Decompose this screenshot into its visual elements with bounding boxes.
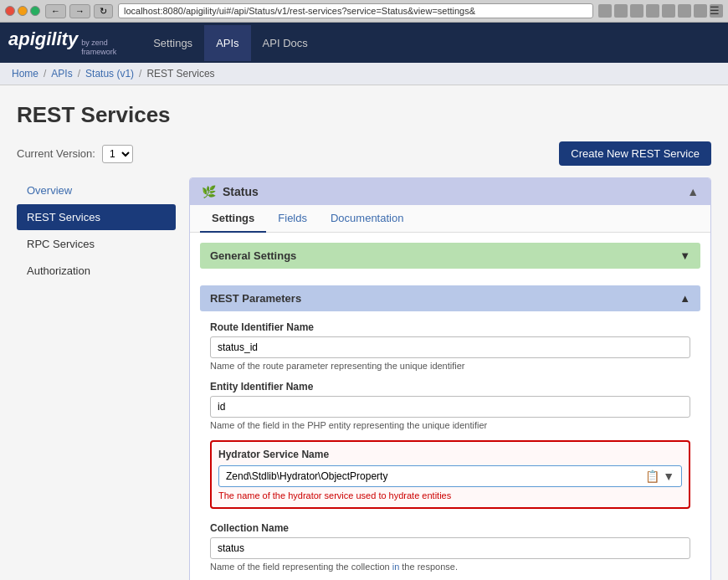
minimize-btn[interactable] — [18, 6, 28, 16]
chevron-up-icon: ▲ — [687, 185, 699, 198]
entity-identifier-help: Name of the field in the PHP entity repr… — [210, 420, 690, 430]
ext-icon-5 — [662, 4, 675, 18]
menu-icon[interactable]: ☰ — [710, 4, 723, 18]
route-identifier-help: Name of the route parameter representing… — [210, 361, 690, 371]
reload-button[interactable]: ↻ — [94, 4, 113, 18]
leaf-icon: 🌿 — [202, 185, 216, 198]
main-panel: 🌿 Status ▲ Settings Fields Documentation… — [189, 177, 711, 580]
ext-icon-7 — [694, 4, 707, 18]
tab-fields[interactable]: Fields — [266, 205, 319, 233]
breadcrumb-status[interactable]: Status (v1) — [85, 68, 134, 80]
forward-button[interactable]: → — [69, 4, 90, 18]
breadcrumb-apis[interactable]: APIs — [51, 68, 72, 80]
create-rest-service-button[interactable]: Create New REST Service — [559, 141, 711, 166]
sidebar-item-overview[interactable]: Overview — [17, 177, 176, 203]
breadcrumb-current: REST Services — [146, 68, 214, 80]
close-btn[interactable] — [5, 6, 15, 16]
hydrator-dropdown-icon[interactable]: ▼ — [663, 470, 674, 483]
page-title: REST Services — [17, 102, 711, 128]
service-card: 🌿 Status ▲ Settings Fields Documentation… — [189, 177, 711, 580]
nav-apis[interactable]: APIs — [204, 25, 250, 61]
general-settings-title: General Settings — [210, 249, 296, 262]
back-button[interactable]: ← — [45, 4, 66, 18]
sidebar-item-rpc-services[interactable]: RPC Services — [17, 231, 176, 257]
service-header-left: 🌿 Status — [202, 185, 259, 198]
entity-identifier-input[interactable] — [210, 396, 690, 418]
rest-params-header[interactable]: REST Parameters ▲ — [200, 285, 700, 311]
sidebar-item-authorization[interactable]: Authorization — [17, 258, 176, 284]
browser-chrome: ← → ↻ localhost:8080/apigility/ui#/api/S… — [0, 0, 728, 23]
nav-api-docs[interactable]: API Docs — [251, 25, 320, 61]
hydrator-label: Hydrator Service Name — [218, 449, 682, 460]
logo-sub: by zendframework — [81, 38, 116, 57]
main-content: REST Services Current Version: 1 Create … — [0, 85, 728, 580]
settings-section: General Settings ▼ — [190, 233, 710, 275]
version-label: Current Version: — [17, 147, 95, 160]
route-identifier-input[interactable] — [210, 336, 690, 358]
rest-params-title: REST Parameters — [210, 292, 301, 305]
breadcrumb-home[interactable]: Home — [12, 68, 38, 80]
sidebar-item-rest-services[interactable]: REST Services — [17, 204, 176, 230]
ext-icon-6 — [678, 4, 691, 18]
toolbar-row: Current Version: 1 Create New REST Servi… — [17, 141, 711, 166]
logo-text: apigility — [8, 28, 78, 50]
service-header[interactable]: 🌿 Status ▲ — [190, 178, 710, 205]
service-name: Status — [223, 185, 259, 198]
page-size-field-group: Page size parameter — [200, 575, 700, 580]
in-link: in — [392, 562, 400, 572]
nav-settings[interactable]: Settings — [141, 25, 204, 61]
rest-params-chevron-up-icon: ▲ — [679, 292, 690, 305]
tab-documentation[interactable]: Documentation — [319, 205, 415, 233]
copy-icon: 📋 — [645, 470, 659, 483]
ext-icon-3 — [630, 4, 643, 18]
sidebar: Overview REST Services RPC Services Auth… — [17, 177, 176, 580]
rest-params-section: REST Parameters ▲ Route Identifier Name … — [190, 275, 710, 580]
ext-icon-1 — [598, 4, 612, 18]
ext-icon-2 — [614, 4, 628, 18]
ext-icon-4 — [646, 4, 659, 18]
tab-settings[interactable]: Settings — [200, 205, 266, 233]
collection-name-help: Name of the field representing the colle… — [210, 562, 690, 572]
address-bar[interactable]: localhost:8080/apigility/ui#/api/Status/… — [118, 3, 593, 18]
browser-nav: ← → ↻ — [45, 4, 113, 18]
entity-identifier-label: Entity Identifier Name — [210, 381, 690, 393]
breadcrumb: Home / APIs / Status (v1) / REST Service… — [0, 63, 728, 85]
entity-identifier-field-group: Entity Identifier Name Name of the field… — [200, 374, 700, 434]
route-identifier-label: Route Identifier Name — [210, 321, 690, 333]
window-controls — [5, 6, 40, 16]
tabs-bar: Settings Fields Documentation — [190, 205, 710, 233]
general-settings-header[interactable]: General Settings ▼ — [200, 243, 700, 269]
hydrator-select-row[interactable]: 📋 ▼ — [218, 465, 682, 487]
collection-name-input[interactable] — [210, 537, 690, 559]
general-chevron-down-icon: ▼ — [679, 249, 690, 262]
collection-name-field-group: Collection Name Name of the field repres… — [200, 516, 700, 575]
version-select[interactable]: 1 — [102, 145, 133, 163]
logo-area: apigility by zendframework — [8, 28, 116, 57]
collection-name-label: Collection Name — [210, 522, 690, 534]
route-identifier-field-group: Route Identifier Name Name of the route … — [200, 315, 700, 374]
hydrator-box: Hydrator Service Name 📋 ▼ The name of th… — [210, 440, 690, 509]
top-nav: apigility by zendframework Settings APIs… — [0, 23, 728, 63]
browser-icons: ☰ — [598, 4, 723, 18]
top-nav-links: Settings APIs API Docs — [141, 25, 320, 61]
version-row: Current Version: 1 — [17, 145, 133, 163]
layout: Overview REST Services RPC Services Auth… — [17, 177, 711, 580]
hydrator-input[interactable] — [226, 470, 642, 482]
maximize-btn[interactable] — [30, 6, 40, 16]
hydrator-help: The name of the hydrator service used to… — [218, 490, 682, 500]
